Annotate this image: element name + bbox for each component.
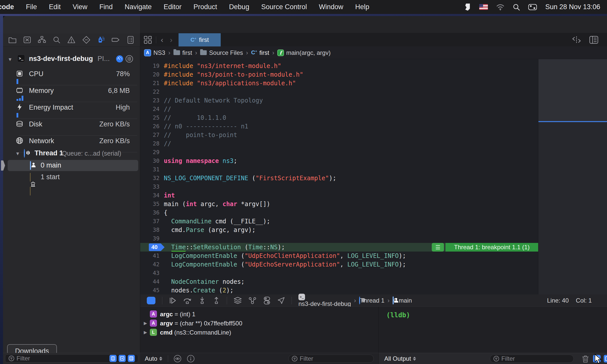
editor-options-icon[interactable]: [589, 36, 598, 44]
menu-item-product[interactable]: Product: [194, 3, 217, 11]
navigator-search-icon[interactable]: [52, 36, 61, 44]
navigator-issue-icon[interactable]: [67, 36, 76, 44]
jump-bar-item[interactable]: fmain(argc, argv): [277, 49, 331, 56]
chevron-down-icon[interactable]: ▾: [16, 150, 19, 157]
menu-item-view[interactable]: View: [73, 3, 87, 11]
code-line[interactable]: 34int: [140, 191, 538, 200]
navigator-debug-icon[interactable]: [97, 36, 105, 44]
code-line[interactable]: 22: [140, 88, 538, 96]
gauge-row-disk[interactable]: DiskZero KB/s: [3, 120, 140, 130]
code-line[interactable]: 45 nodes.Create (2);: [140, 286, 538, 294]
navigator-test-icon[interactable]: [82, 36, 91, 44]
view-hierarchy-icon[interactable]: [234, 297, 242, 304]
code-line[interactable]: 44 NodeContainer nodes;: [140, 277, 538, 286]
stack-frame-row[interactable]: 0 main: [3, 162, 140, 171]
code-line[interactable]: 28//: [140, 139, 538, 148]
menubar-clock[interactable]: Sun 28 Nov 13:06: [545, 3, 600, 11]
toggle-console-view-icon[interactable]: [604, 355, 607, 362]
go-back-icon[interactable]: ‹: [161, 36, 163, 44]
memory-graph-icon[interactable]: [248, 297, 257, 304]
variables-filter-input[interactable]: [300, 355, 371, 362]
navigator-changes-icon[interactable]: [23, 36, 31, 44]
debug-breadcrumb-item[interactable]: Thread 1: [359, 297, 385, 304]
chevron-down-icon[interactable]: ▾: [9, 56, 11, 63]
variables-filter-field[interactable]: [288, 355, 374, 363]
menu-item-edit[interactable]: Edit: [49, 3, 61, 11]
variable-row[interactable]: ▶Lcmd (ns3::CommandLine): [140, 328, 378, 337]
thread-row[interactable]: ▾Thread 1Queue: c...ad (serial): [3, 149, 140, 159]
code-line[interactable]: 32NS_LOG_COMPONENT_DEFINE ("FirstScriptE…: [140, 174, 538, 183]
breakpoints-toggle-icon[interactable]: [147, 297, 155, 304]
code-line[interactable]: 24//: [140, 105, 538, 113]
variable-row[interactable]: Aargc = (int) 1: [140, 310, 378, 319]
navigator-filter-input[interactable]: [17, 355, 107, 362]
console-filter-field[interactable]: [490, 355, 574, 363]
code-line[interactable]: 39: [140, 234, 538, 243]
console-filter-input[interactable]: [501, 355, 570, 362]
code-line[interactable]: 26// n0 -------------- n1: [140, 122, 538, 131]
console-scope-dropdown[interactable]: All Output: [384, 355, 416, 362]
code-line[interactable]: 33: [140, 183, 538, 191]
code-line[interactable]: 23// Default Network Topology: [140, 96, 538, 105]
debug-breadcrumb-item[interactable]: >_ns3-dev-first-debug: [298, 294, 351, 307]
breakpoint-annotation[interactable]: Thread 1: breakpoint 1.1 (1): [445, 243, 538, 252]
code-line[interactable]: 30using namespace ns3;: [140, 157, 538, 165]
menubar-app-icon[interactable]: [464, 3, 471, 11]
minimap[interactable]: [538, 59, 607, 294]
menu-item-navigate[interactable]: Navigate: [125, 3, 152, 11]
code-line[interactable]: 36{: [140, 208, 538, 217]
environment-overrides-icon[interactable]: [263, 296, 271, 305]
info-icon[interactable]: [187, 355, 195, 362]
code-line[interactable]: 37 CommandLine cmd (__FILE__);: [140, 217, 538, 226]
breakpoint-annotation-menu-icon[interactable]: ☰: [432, 243, 444, 252]
navigator-breakpoint-icon[interactable]: [111, 36, 120, 44]
console-view[interactable]: (lldb): [378, 307, 607, 353]
code-line[interactable]: 27// point-to-point: [140, 131, 538, 139]
step-over-icon[interactable]: [183, 297, 192, 304]
code-line[interactable]: 35main (int argc, char *argv[]): [140, 200, 538, 208]
code-line[interactable]: 38 cmd.Parse (argc, argv);: [140, 226, 538, 234]
gauge-row-cpu[interactable]: CPU78%: [3, 70, 140, 80]
code-line[interactable]: 20#include "ns3/point-to-point-module.h": [140, 70, 538, 79]
jump-bar-item[interactable]: C+first: [251, 49, 269, 56]
navigator-report-icon[interactable]: [126, 36, 135, 44]
continue-icon[interactable]: [169, 297, 177, 304]
code-review-icon[interactable]: [572, 36, 581, 44]
navigator-symbol-icon[interactable]: [38, 36, 46, 44]
jump-bar-item[interactable]: first: [173, 49, 192, 56]
step-out-icon[interactable]: [213, 297, 220, 304]
menu-item-find[interactable]: Find: [99, 3, 113, 11]
code-line[interactable]: 19#include "ns3/internet-module.h": [140, 62, 538, 70]
jump-bar-item[interactable]: Source Files: [200, 49, 243, 56]
menu-item-xcode[interactable]: Xcode: [0, 3, 14, 11]
gauge-row-energy-impact[interactable]: Energy ImpactHigh: [3, 103, 140, 113]
code-line[interactable]: 25// 10.1.1.0: [140, 113, 538, 122]
menu-item-editor[interactable]: Editor: [164, 3, 182, 11]
threads-view-icon[interactable]: [125, 55, 133, 63]
navigator-project-icon[interactable]: [8, 36, 17, 44]
code-line[interactable]: 43: [140, 269, 538, 277]
menu-item-file[interactable]: File: [26, 3, 37, 11]
code-line[interactable]: 31: [140, 165, 538, 174]
navigator-filter-field[interactable]: [5, 354, 138, 362]
simulate-location-icon[interactable]: [277, 297, 285, 304]
gauge-row-memory[interactable]: Memory6,8 MB: [3, 87, 140, 97]
process-row[interactable]: ▾ >_ ns3-dev-first-debug PI...: [3, 55, 140, 65]
menu-item-source-control[interactable]: Source Control: [261, 3, 307, 11]
jump-bar-item[interactable]: ANS3: [144, 49, 165, 56]
variable-row[interactable]: ▶Aargv = (char **) 0x7ffeefbff500: [140, 319, 378, 328]
code-line[interactable]: 29: [140, 148, 538, 157]
stack-frame-row[interactable]: 1 start: [3, 173, 140, 183]
gauge-icon[interactable]: [116, 55, 123, 63]
filter-flag-toggle[interactable]: [109, 355, 117, 362]
code-line[interactable]: 42 LogComponentEnable ("UdpEchoServerApp…: [140, 260, 538, 269]
quicklook-eye-icon[interactable]: [174, 355, 181, 362]
debug-breadcrumb-item[interactable]: 0 main: [393, 297, 412, 304]
code-line[interactable]: 41 LogComponentEnable ("UdpEchoClientApp…: [140, 252, 538, 260]
related-items-icon[interactable]: [144, 36, 152, 44]
menu-item-debug[interactable]: Debug: [229, 3, 249, 11]
filter-grid-toggle[interactable]: [119, 355, 126, 362]
clear-console-trash-icon[interactable]: [582, 355, 589, 363]
control-center-icon[interactable]: [528, 4, 537, 10]
filter-columns-toggle[interactable]: [128, 355, 135, 362]
